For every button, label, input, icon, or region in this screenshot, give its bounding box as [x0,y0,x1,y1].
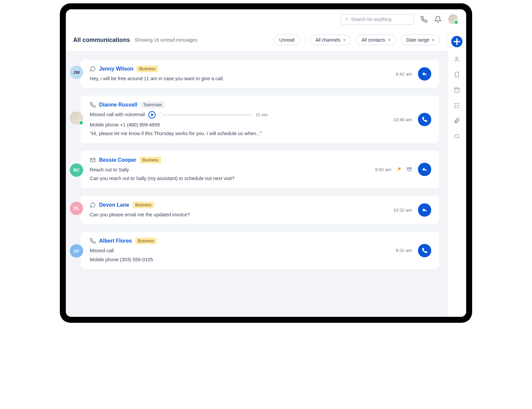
voicemail-label: Missed call with voicemail [90,111,145,118]
search-box[interactable] [340,14,414,25]
checklist-icon[interactable] [454,102,460,108]
message-text: Missed call [90,247,390,254]
call-button[interactable] [418,113,431,126]
contact-avatar[interactable] [70,111,83,125]
message-row: DLDevon LaneBusinessCan you please email… [70,196,439,224]
contact-name[interactable]: Albert Flores [99,238,132,244]
audio-duration: 15 sec [255,112,268,117]
chevron-down-icon: ▾ [432,37,434,43]
contact-avatar[interactable]: DL [70,202,83,215]
message-time: 9:32 am [396,248,412,253]
message-text: "Hi, please let me know if this Thursday… [90,130,387,137]
svg-rect-15 [455,88,459,92]
badge-business: Business [133,202,154,208]
chevron-down-icon: ▾ [343,37,345,43]
search-icon [345,16,348,22]
message-row: AFAlbert FloresBusinessMissed callMobile… [70,232,439,269]
message-card[interactable]: Jenny WilsonBusinessHey, i will be free … [80,60,439,88]
badge-business: Business [140,157,161,163]
reply-button[interactable] [418,163,431,176]
message-row: JWJenny WilsonBusinessHey, i will be fre… [70,60,439,88]
building-icon[interactable] [454,71,460,78]
svg-point-7 [456,57,458,59]
message-text: Mobile phone (303) 555-0105 [90,256,390,263]
bell-icon[interactable] [434,16,442,23]
filter-contacts[interactable]: All contacts ▾ [356,35,396,45]
message-time: 10:32 am [393,208,412,213]
phone-icon [90,102,96,108]
contact-avatar[interactable]: BC [70,163,83,177]
cloud-icon[interactable] [454,132,460,139]
flag-icon[interactable] [397,167,403,172]
message-text: Can you please email me the updated invo… [90,211,387,218]
message-card[interactable]: Devon LaneBusinessCan you please email m… [80,196,439,224]
message-text: Reach out to Sally [90,166,369,173]
contact-name[interactable]: Bessie Cooper [99,157,136,163]
audio-slider[interactable] [159,114,252,115]
message-text: Hey, i will be free around 11 am in case… [90,75,390,82]
reply-button[interactable] [418,203,431,217]
svg-rect-8 [455,72,459,77]
message-text: Mobile phone +1 (480) 899-4899 [90,121,387,128]
badge-teammate: Teammate [141,102,165,108]
contact-name[interactable]: Dianne Russell [99,102,137,108]
mail-icon [90,157,96,163]
search-input[interactable] [351,17,409,22]
message-time: 8:42 am [396,72,412,77]
person-icon[interactable] [454,56,460,63]
add-button[interactable] [451,36,463,47]
calendar-icon[interactable] [454,87,460,93]
message-card[interactable]: Dianne RussellTeammateMissed call with v… [80,96,439,143]
chevron-down-icon: ▾ [388,37,390,43]
svg-rect-3 [407,168,411,169]
page-title: All communications [73,37,130,44]
archive-icon[interactable] [407,167,412,172]
filter-date-range[interactable]: Date range ▾ [401,35,440,45]
chat-icon [90,66,96,72]
user-avatar[interactable] [448,14,458,24]
call-button[interactable] [418,244,431,257]
chat-icon [90,202,96,208]
message-row: Dianne RussellTeammateMissed call with v… [70,96,439,143]
filter-unread[interactable]: Unread [274,35,300,45]
phone-icon[interactable] [420,16,428,23]
contact-avatar[interactable]: AF [70,244,83,258]
attachment-icon[interactable] [454,117,460,124]
contact-avatar[interactable]: JW [70,66,83,79]
message-row: BCBessie CooperBusinessReach out to Sall… [70,151,439,188]
svg-point-0 [345,18,347,20]
badge-business: Business [135,238,157,244]
phone-icon [90,238,96,244]
message-time: 8:42 am [375,167,391,172]
message-card[interactable]: Albert FloresBusinessMissed callMobile p… [80,232,439,269]
reply-button[interactable] [418,67,431,81]
contact-name[interactable]: Jenny Wilson [99,66,133,72]
message-card[interactable]: Bessie CooperBusinessReach out to SallyC… [80,151,439,188]
unread-count-text: Showing 16 unread messages [135,37,197,43]
message-text: Can you reach out to Sally (my assistant… [90,175,369,182]
filter-channels[interactable]: All channels ▾ [310,35,351,45]
play-button[interactable] [148,111,156,118]
badge-business: Business [137,66,158,72]
message-time: 10:40 am [393,117,412,122]
contact-name[interactable]: Devon Lane [99,202,129,208]
svg-line-1 [347,20,348,21]
